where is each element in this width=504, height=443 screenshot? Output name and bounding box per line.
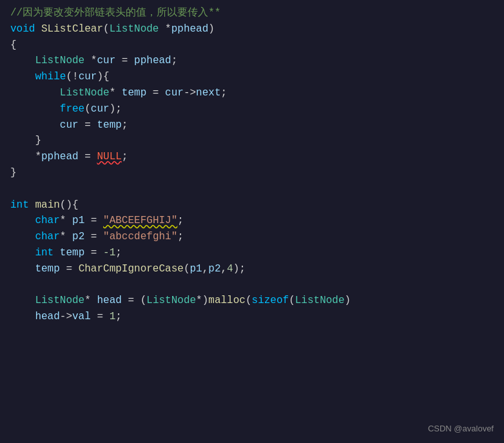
semi4: ; <box>122 149 128 165</box>
space15 <box>84 213 91 229</box>
space22 <box>97 245 103 261</box>
var-cur5: cur <box>60 117 79 133</box>
code-line-17: temp = CharCmpIgnoreCase ( p1 , p2 , 4 )… <box>0 261 504 277</box>
code-line-19: ListNode * head = ( ListNode * ) malloc … <box>0 293 504 309</box>
paren4: ( <box>84 101 91 117</box>
code-line-18 <box>0 277 504 293</box>
space27 <box>134 293 141 309</box>
arrow2: -> <box>60 309 72 325</box>
arg-p2: p2 <box>208 261 220 277</box>
space23 <box>60 261 66 277</box>
indent12 <box>10 293 35 309</box>
keyword-free: free <box>60 101 84 117</box>
indent6 <box>10 133 35 149</box>
code-line-13: int main (){ <box>0 197 504 213</box>
var-cur: cur <box>97 53 115 69</box>
eq1: = <box>122 53 128 69</box>
keyword-while: while <box>35 69 66 85</box>
var-p2: p2 <box>72 229 84 245</box>
type-listnode2: ListNode <box>35 53 84 69</box>
type-listnode: ListNode <box>110 21 159 37</box>
code-line-2: void SListClear ( ListNode * pphead ) <box>0 21 504 37</box>
var-p1: p1 <box>72 213 84 229</box>
eq10: = <box>97 309 103 325</box>
eq9: = <box>128 293 134 309</box>
code-line-14: char * p1 = "ABCEEFGHIJ" ; <box>0 213 504 229</box>
space11 <box>79 149 85 165</box>
space24 <box>72 261 79 277</box>
paren3: ){ <box>97 69 109 85</box>
comma2: , <box>221 261 228 277</box>
semi2: ; <box>221 85 228 101</box>
string-p2: "abccdefghi" <box>103 229 177 245</box>
space17 <box>66 229 72 245</box>
indent7 <box>10 149 35 165</box>
space8 <box>159 85 165 101</box>
cast-star: * <box>196 293 202 309</box>
space28 <box>91 309 97 325</box>
code-line-20: head -> val = 1 ; <box>0 309 504 325</box>
code-line-5: while (! cur ){ <box>0 69 504 85</box>
paren5: ); <box>110 101 122 117</box>
space6 <box>115 85 122 101</box>
paren10: ( <box>289 293 295 309</box>
param-pphead: pphead <box>171 21 209 37</box>
semi8: ; <box>115 309 122 325</box>
var-cur2: cur <box>79 69 97 85</box>
semi3: ; <box>122 117 128 133</box>
semi7: ; <box>115 245 122 261</box>
indent13 <box>10 309 35 325</box>
paren11: ) <box>345 293 351 309</box>
space5 <box>128 53 134 69</box>
space21 <box>84 245 91 261</box>
indent4 <box>10 101 60 117</box>
paren2: (! <box>66 69 78 85</box>
space <box>35 21 41 37</box>
code-line-7: free ( cur ); <box>0 101 504 117</box>
space18 <box>84 229 91 245</box>
type-listnode4: ListNode <box>35 293 84 309</box>
semi1: ; <box>171 53 178 69</box>
space4 <box>115 53 122 69</box>
deref-star: * <box>35 149 41 165</box>
var-temp: temp <box>122 85 146 101</box>
val-pphead2: pphead <box>41 149 79 165</box>
type-listnode3: ListNode <box>60 85 110 101</box>
var-head: head <box>97 293 121 309</box>
ptr-star3: * <box>110 85 116 101</box>
val-next: next <box>196 85 220 101</box>
semi6: ; <box>177 229 184 245</box>
ptr-star: * <box>165 21 171 37</box>
code-editor: //因为要改变外部链表头的值，所以要传入** void SListClear (… <box>0 0 504 443</box>
ptr-star4: * <box>60 213 66 229</box>
indent3 <box>10 85 60 101</box>
space2 <box>159 21 165 37</box>
ptr-star2: * <box>91 53 97 69</box>
space29 <box>103 309 110 325</box>
val-null: NULL <box>97 149 121 165</box>
eq7: = <box>91 245 97 261</box>
space7 <box>146 85 153 101</box>
keyword-char2: char <box>35 229 59 245</box>
type-listnode5: ListNode <box>295 293 345 309</box>
var-head2: head <box>35 309 59 325</box>
code-line-1: //因为要改变外部链表头的值，所以要传入** <box>0 5 504 21</box>
indent2 <box>10 69 35 85</box>
space10 <box>91 117 97 133</box>
code-line-9: } <box>0 133 504 149</box>
brace-open-outer: { <box>10 37 17 54</box>
code-line-8: cur = temp ; <box>0 117 504 133</box>
indent8 <box>10 213 35 229</box>
cast-open: ( <box>141 293 147 309</box>
space3 <box>84 53 91 69</box>
ptr-star5: * <box>60 229 66 245</box>
paren6: (){ <box>60 197 79 213</box>
code-line-4: ListNode * cur = pphead ; <box>0 53 504 69</box>
func-name-main: main <box>35 197 59 213</box>
ptr-star6: * <box>84 293 91 309</box>
keyword-void: void <box>10 21 35 37</box>
brace-close-while: } <box>35 133 41 149</box>
val-cur4: cur <box>91 101 110 117</box>
space16 <box>97 213 103 229</box>
func-charcmpignorecase: CharCmpIgnoreCase <box>79 261 184 277</box>
